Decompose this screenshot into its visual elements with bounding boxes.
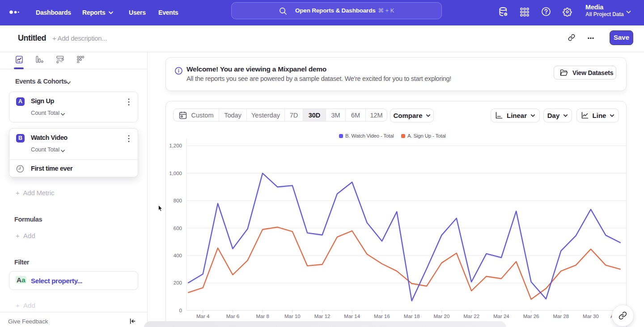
svg-text:Mar 10: Mar 10 bbox=[284, 314, 301, 319]
svg-text:400: 400 bbox=[174, 253, 182, 258]
svg-text:Mar 6: Mar 6 bbox=[226, 314, 239, 319]
svg-text:Mar 26: Mar 26 bbox=[523, 314, 539, 319]
svg-text:1,000: 1,000 bbox=[169, 171, 182, 176]
svg-text:Mar 18: Mar 18 bbox=[404, 314, 420, 319]
svg-text:Mar 28: Mar 28 bbox=[553, 314, 569, 319]
svg-text:Mar 22: Mar 22 bbox=[463, 314, 479, 319]
svg-text:Mar 8: Mar 8 bbox=[256, 314, 269, 319]
svg-text:Mar 4: Mar 4 bbox=[196, 314, 210, 319]
svg-text:Mar 12: Mar 12 bbox=[314, 314, 330, 319]
svg-text:800: 800 bbox=[174, 198, 182, 203]
svg-text:Mar 24: Mar 24 bbox=[493, 314, 509, 319]
svg-text:0: 0 bbox=[179, 308, 182, 313]
svg-text:1,200: 1,200 bbox=[169, 143, 182, 148]
svg-text:Mar 16: Mar 16 bbox=[374, 314, 390, 319]
svg-text:600: 600 bbox=[174, 226, 182, 231]
svg-text:Mar 30: Mar 30 bbox=[583, 314, 599, 319]
svg-text:Mar 20: Mar 20 bbox=[434, 314, 450, 319]
svg-text:Mar 14: Mar 14 bbox=[344, 314, 360, 319]
svg-text:200: 200 bbox=[174, 280, 182, 285]
